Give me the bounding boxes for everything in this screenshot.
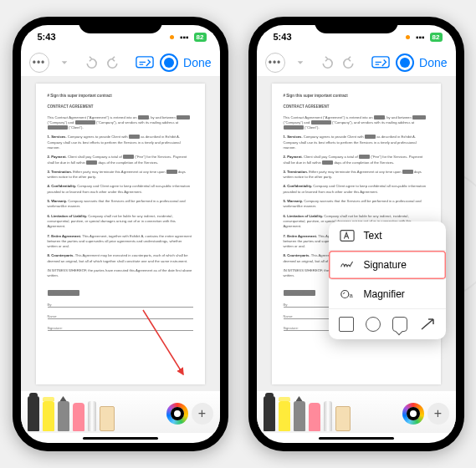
- signature-block: Company Name By: Name: Signature:: [48, 291, 193, 331]
- ruler-tool[interactable]: [100, 406, 115, 431]
- doc-witness: IN WITNESS WHEREOF, the parties have exe…: [48, 268, 193, 279]
- more-menu-button[interactable]: •••: [29, 53, 49, 73]
- pen-tool[interactable]: [264, 396, 275, 431]
- doc-subtitle: CONTRACT AGREEMENT: [284, 104, 429, 110]
- pencil-tool[interactable]: [58, 401, 69, 431]
- add-annotation-popover: Text Signature a Magnifier: [329, 221, 446, 339]
- eraser-tool[interactable]: [309, 403, 320, 431]
- pen-tool[interactable]: [28, 396, 39, 431]
- markup-toolbar: ••• Done: [257, 48, 456, 77]
- eraser-tool[interactable]: [73, 403, 84, 431]
- tool-tray: +: [257, 391, 456, 433]
- doc-clause: 3. Termination. Either party may termina…: [48, 170, 193, 181]
- document-page: # Sign this super important contract CON…: [36, 84, 205, 384]
- highlighter-tool[interactable]: [43, 401, 54, 431]
- home-indicator[interactable]: [257, 433, 456, 443]
- recording-indicator-icon: [170, 35, 174, 39]
- popover-text-option[interactable]: Text: [329, 221, 446, 251]
- clock: 5:43: [274, 32, 292, 42]
- lasso-tool[interactable]: [88, 401, 96, 431]
- tool-tray: +: [21, 391, 220, 433]
- doc-heading: # Sign this super important contract: [284, 94, 429, 99]
- cellular-icon: ▪▪▪: [180, 33, 189, 42]
- chevron-down-icon[interactable]: [290, 53, 310, 73]
- color-picker-button[interactable]: [402, 403, 424, 425]
- clock: 5:43: [38, 32, 56, 42]
- done-button[interactable]: Done: [183, 56, 211, 69]
- popover-label: Text: [364, 230, 382, 242]
- doc-clause: 3. Termination. Either party may termina…: [284, 170, 429, 181]
- undo-button[interactable]: [315, 53, 335, 73]
- screen: 5:43 ▪▪▪ 82 ••• Done # Sign this super i…: [257, 25, 456, 443]
- autofill-button[interactable]: [371, 53, 391, 73]
- markup-toggle-button[interactable]: [160, 53, 178, 72]
- more-menu-button[interactable]: •••: [265, 53, 285, 73]
- lasso-tool[interactable]: [324, 401, 332, 431]
- shape-square-button[interactable]: [339, 317, 354, 332]
- phone-left: 5:43 ▪▪▪ 82 ••• Done # Sign this super i…: [13, 17, 228, 451]
- doc-clause: 1. Services. Company agrees to provide C…: [48, 135, 193, 150]
- done-button[interactable]: Done: [419, 56, 447, 69]
- cellular-icon: ▪▪▪: [416, 33, 425, 42]
- shape-arrow-button[interactable]: [419, 317, 436, 332]
- shape-speech-bubble-button[interactable]: [392, 317, 407, 332]
- chevron-down-icon[interactable]: [54, 53, 74, 73]
- magnifier-icon: a: [339, 287, 356, 301]
- markup-toolbar: ••• Done: [21, 48, 220, 77]
- doc-clause: 1. Services. Company agrees to provide C…: [284, 135, 429, 150]
- popover-label: Magnifier: [364, 288, 405, 300]
- popover-signature-option[interactable]: Signature: [329, 251, 446, 280]
- autofill-button[interactable]: [135, 53, 155, 73]
- signature-icon: [339, 258, 356, 272]
- undo-button[interactable]: [79, 53, 100, 73]
- doc-clause: 7. Entire Agreement. This Agreement, tog…: [48, 234, 193, 250]
- doc-intro: This Contract Agreement ("Agreement") is…: [284, 115, 429, 131]
- text-icon: [339, 229, 356, 242]
- add-annotation-button[interactable]: +: [427, 403, 449, 425]
- highlighter-tool[interactable]: [279, 401, 290, 431]
- doc-clause: 5. Warranty. Company warrants that the S…: [284, 199, 429, 210]
- battery-icon: 82: [194, 33, 207, 42]
- notch: [79, 17, 162, 33]
- document-viewport[interactable]: # Sign this super important contract CON…: [21, 77, 220, 391]
- doc-clause: 2. Payment. Client shall pay Company a t…: [284, 155, 429, 165]
- doc-clause: 5. Warranty. Company warrants that the S…: [48, 199, 193, 210]
- add-annotation-button[interactable]: +: [192, 403, 213, 425]
- document-viewport[interactable]: # Sign this super important contract CON…: [257, 77, 456, 391]
- redo-button[interactable]: [105, 53, 125, 73]
- doc-clause: 6. Limitation of Liability. Company shal…: [48, 214, 193, 230]
- doc-clause: 4. Confidentiality. Company and Client a…: [48, 184, 193, 195]
- screen: 5:43 ▪▪▪ 82 ••• Done # Sign this super i…: [21, 25, 220, 443]
- doc-heading: # Sign this super important contract: [48, 94, 193, 99]
- color-picker-button[interactable]: [166, 403, 188, 425]
- popover-label: Signature: [364, 259, 407, 271]
- recording-indicator-icon: [406, 35, 410, 39]
- popover-magnifier-option[interactable]: a Magnifier: [329, 280, 446, 309]
- home-indicator[interactable]: [21, 433, 220, 443]
- svg-point-3: [340, 291, 348, 298]
- doc-clause: 4. Confidentiality. Company and Client a…: [284, 184, 429, 195]
- doc-subtitle: CONTRACT AGREEMENT: [48, 104, 193, 110]
- phone-right: 5:43 ▪▪▪ 82 ••• Done # Sign this super i…: [248, 17, 464, 451]
- doc-clause: 8. Counterparts. This Agreement may be e…: [48, 253, 193, 264]
- redo-button[interactable]: [340, 53, 361, 73]
- markup-toggle-button[interactable]: [396, 53, 414, 72]
- doc-clause: 2. Payment. Client shall pay Company a t…: [48, 155, 193, 165]
- svg-text:a: a: [349, 292, 352, 299]
- shape-circle-button[interactable]: [366, 317, 381, 332]
- pencil-tool[interactable]: [294, 401, 305, 431]
- popover-shapes-row: [329, 309, 446, 339]
- ruler-tool[interactable]: [335, 406, 351, 431]
- doc-intro: This Contract Agreement ("Agreement") is…: [48, 115, 193, 131]
- battery-icon: 82: [430, 33, 443, 42]
- notch: [315, 17, 398, 33]
